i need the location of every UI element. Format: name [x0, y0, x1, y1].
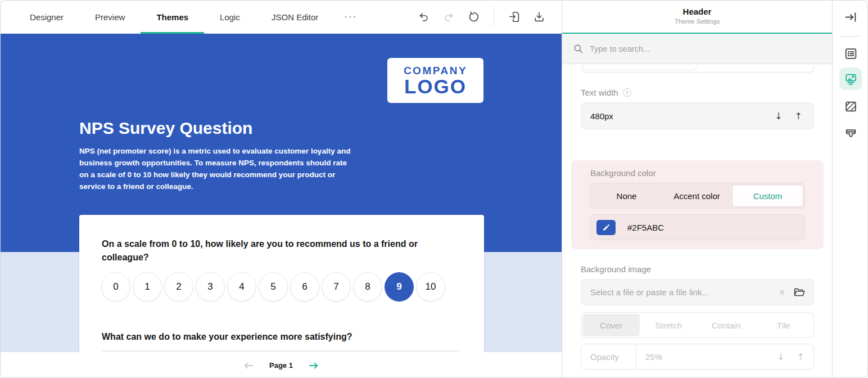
opacity-label: Opacity — [581, 344, 636, 369]
collapse-panel-icon[interactable] — [844, 10, 858, 24]
fit-option-tile: Tile — [755, 314, 812, 336]
rating-option-4[interactable]: 4 — [227, 272, 256, 302]
download-icon[interactable] — [532, 10, 546, 24]
opacity-value: 25% — [636, 352, 662, 362]
redo-icon[interactable] — [442, 10, 455, 24]
bg-color-option-accent[interactable]: Accent color — [662, 184, 732, 207]
bg-color-option-custom-selected[interactable]: Custom — [732, 184, 803, 207]
partially-scrolled-control — [581, 66, 814, 73]
fit-option-stretch: Stretch — [640, 314, 697, 336]
background-image-file-input: ✕ — [581, 279, 814, 305]
strip-divider — [840, 36, 861, 37]
background-color-mode-control: None Accent color Custom — [590, 183, 805, 209]
search-input[interactable] — [590, 44, 821, 53]
rating-option-7[interactable]: 7 — [322, 272, 351, 302]
page-label: Page 1 — [269, 361, 293, 370]
opacity-input-disabled: Opacity 25% ↓ ↑ — [581, 344, 814, 370]
rating-option-3[interactable]: 3 — [196, 272, 225, 302]
logo-text-bottom: LOGO — [404, 77, 467, 96]
text-width-value: 480px — [590, 111, 613, 121]
import-icon[interactable] — [508, 10, 521, 24]
opacity-decrement-icon: ↓ — [777, 352, 784, 362]
rating-option-9-selected[interactable]: 9 — [385, 272, 414, 302]
fit-option-contain: Contain — [698, 314, 755, 336]
panel-tab-strip — [832, 1, 868, 378]
decrement-icon[interactable]: ↓ — [775, 111, 782, 122]
panel-title: Header — [562, 7, 832, 16]
text-width-label: Text width ? — [581, 88, 813, 97]
prev-page-icon[interactable] — [242, 361, 255, 370]
increment-icon[interactable]: ↑ — [795, 111, 802, 122]
company-logo: COMPANY LOGO — [387, 58, 483, 103]
search-icon — [573, 43, 584, 54]
tab-designer[interactable]: Designer — [14, 1, 79, 34]
background-color-section-highlighted: Background color None Accent color Custo… — [571, 160, 824, 249]
nps-question-text: On a scale from 0 to 10, how likely are … — [102, 237, 439, 264]
panel-search — [562, 34, 832, 64]
panel-header: Header Theme Settings — [562, 1, 832, 34]
appearance-brush-icon[interactable] — [844, 128, 858, 142]
more-tabs-button[interactable]: ··· — [334, 11, 367, 22]
app-window: Designer Preview Themes Logic JSON Edito… — [0, 0, 868, 378]
main-area: Designer Preview Themes Logic JSON Edito… — [1, 1, 562, 378]
survey-page-navigation: Page 1 — [1, 352, 562, 378]
opacity-increment-icon: ↑ — [797, 352, 804, 362]
survey-title: NPS Survey Question — [79, 119, 252, 138]
general-settings-icon[interactable] — [844, 47, 858, 61]
rating-option-8[interactable]: 8 — [353, 272, 382, 302]
rating-option-2[interactable]: 2 — [164, 272, 193, 302]
rating-option-1[interactable]: 1 — [133, 272, 162, 302]
toolbar-divider — [494, 7, 494, 26]
rating-option-5[interactable]: 5 — [259, 272, 288, 302]
top-toolbar: Designer Preview Themes Logic JSON Edito… — [1, 1, 562, 34]
panel-subtitle: Theme Settings — [562, 18, 832, 25]
reset-icon[interactable] — [467, 10, 480, 24]
toolbar-actions — [417, 7, 562, 26]
background-color-label: Background color — [590, 168, 814, 178]
bg-color-option-none[interactable]: None — [591, 184, 662, 207]
tab-preview[interactable]: Preview — [79, 1, 141, 34]
next-page-icon[interactable] — [308, 361, 320, 370]
rating-option-10[interactable]: 10 — [416, 272, 445, 302]
background-settings-icon[interactable] — [844, 100, 858, 114]
tab-json-editor[interactable]: JSON Editor — [256, 1, 334, 34]
clear-icon[interactable]: ✕ — [779, 288, 785, 297]
help-icon[interactable]: ? — [623, 88, 631, 97]
background-image-label: Background image — [581, 264, 813, 274]
color-swatch[interactable] — [596, 220, 616, 235]
custom-color-input[interactable]: #2F5ABC — [590, 214, 805, 240]
folder-icon[interactable] — [793, 286, 805, 298]
panel-scroll-area[interactable]: Text width ? 480px ↓ ↑ Background color … — [562, 65, 832, 378]
comment-question-text: What can we do to make your experience m… — [102, 332, 352, 342]
survey-preview: COMPANY LOGO NPS Survey Question NPS (ne… — [1, 34, 562, 378]
fit-option-cover: Cover — [582, 314, 640, 336]
rating-option-6[interactable]: 6 — [290, 272, 319, 302]
image-fit-control-disabled: Cover Stretch Contain Tile — [581, 312, 814, 338]
rating-scale: 0 1 2 3 4 5 6 7 8 9 10 — [101, 272, 445, 302]
properties-panel: Header Theme Settings Text width ? 480px… — [562, 1, 832, 378]
pen-icon — [603, 224, 610, 231]
text-width-input[interactable]: 480px ↓ ↑ — [581, 102, 814, 129]
tab-themes[interactable]: Themes — [141, 1, 204, 34]
color-hex-value: #2F5ABC — [627, 223, 664, 232]
undo-icon[interactable] — [417, 10, 431, 24]
tab-logic[interactable]: Logic — [204, 1, 256, 34]
survey-description: NPS (net promoter score) is a metric use… — [79, 145, 356, 192]
file-link-input[interactable] — [590, 287, 771, 297]
question-card: On a scale from 0 to 10, how likely are … — [79, 215, 484, 352]
header-settings-icon-active[interactable] — [839, 68, 862, 90]
rating-option-0[interactable]: 0 — [101, 272, 130, 302]
